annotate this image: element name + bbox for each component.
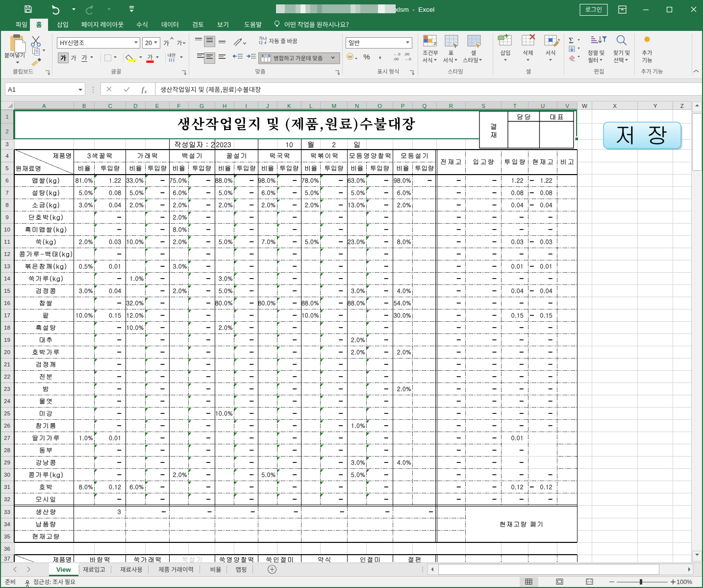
svg-text:P: P [401,103,405,109]
svg-text:27: 27 [4,435,10,441]
svg-text:Z: Z [680,103,684,109]
svg-text:28: 28 [4,447,10,453]
svg-text:5: 5 [5,165,8,171]
svg-text:.00: .00 [404,52,410,56]
svg-text:22: 22 [4,374,10,380]
svg-text:24: 24 [4,398,10,404]
svg-text:11: 11 [4,239,10,245]
svg-text:10: 10 [4,227,10,232]
svg-text:13: 13 [4,263,10,269]
svg-text:E: E [155,103,159,109]
svg-text:M: M [331,103,336,109]
svg-text:18: 18 [4,325,10,331]
svg-text:6: 6 [5,178,8,183]
svg-text:9: 9 [5,214,8,220]
svg-text:A1: A1 [8,86,16,93]
svg-text:16: 16 [4,300,10,306]
svg-text:C: C [108,103,112,109]
svg-text:20: 20 [4,349,10,355]
svg-text:W: W [582,103,587,109]
svg-text:₩: ₩ [348,54,352,59]
svg-text:3: 3 [5,141,8,147]
svg-text:25: 25 [4,410,10,416]
svg-text:X: X [613,103,617,109]
svg-text:H: H [223,103,226,109]
svg-text:→.0: →.0 [404,57,411,61]
svg-text:xlsm - Excel: xlsm - Excel [395,6,434,13]
svg-text:.00: .00 [393,57,399,61]
svg-text:100%: 100% [677,579,692,586]
svg-text:G: G [200,103,204,109]
svg-text:14: 14 [4,276,10,281]
svg-text:36: 36 [4,546,10,552]
svg-text:←.0: ←.0 [393,52,401,56]
svg-text:U: U [541,103,545,109]
svg-text:31: 31 [4,484,10,490]
svg-text:J: J [266,103,269,109]
svg-text:View: View [56,566,72,573]
svg-text:O: O [377,103,382,109]
svg-text:R: R [449,103,453,109]
svg-text:1: 1 [5,114,8,120]
svg-text:23: 23 [4,386,10,392]
svg-text:17: 17 [4,312,10,318]
svg-text:A: A [42,103,46,109]
svg-text:19: 19 [4,337,10,343]
svg-text:20: 20 [145,40,152,47]
svg-text:8: 8 [5,202,8,208]
svg-text:K: K [287,103,291,109]
svg-text:S: S [481,103,485,109]
svg-text:30: 30 [4,472,10,478]
svg-text:F: F [177,103,180,109]
svg-text:4: 4 [5,153,9,159]
svg-text:35: 35 [4,534,10,539]
svg-text:26: 26 [4,423,10,429]
svg-text:x: x [144,89,147,94]
svg-text:D: D [133,103,137,109]
svg-text:21: 21 [4,361,10,367]
svg-text:12: 12 [4,251,10,257]
svg-text:,: , [379,51,381,60]
svg-text:≠: ≠ [433,40,437,47]
svg-text:Q: Q [422,103,427,109]
svg-text:37: 37 [4,556,10,562]
svg-text:Y: Y [653,103,657,109]
svg-text:L: L [309,103,313,109]
svg-text:B: B [82,103,86,109]
svg-text:T: T [513,103,517,109]
svg-text:V: V [565,103,569,109]
svg-text:29: 29 [4,460,10,465]
svg-text:I: I [246,103,247,109]
svg-text:2: 2 [5,128,8,134]
svg-text:33: 33 [4,509,10,515]
svg-text:15: 15 [4,288,10,294]
svg-text:%: % [363,52,370,61]
svg-text:N: N [355,103,359,109]
svg-text:32: 32 [4,496,10,502]
svg-text:34: 34 [4,521,10,527]
svg-text:7: 7 [5,190,8,196]
svg-text:Σ: Σ [569,36,574,45]
